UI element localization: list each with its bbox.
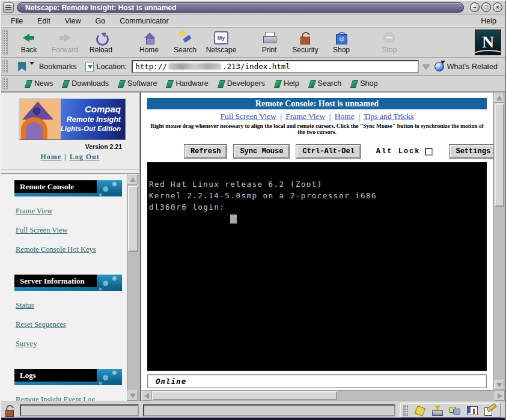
scroll-left-button[interactable] xyxy=(141,391,151,401)
sidebar-top-links: Home|Log Out xyxy=(1,153,139,162)
sidebar-link-event-log[interactable]: Remote Insight Event Log xyxy=(16,395,126,401)
shopping-bag-icon xyxy=(334,31,349,44)
link-help[interactable]: Help xyxy=(275,79,299,88)
main-horizontal-scrollbar[interactable] xyxy=(141,390,505,401)
whats-related-button[interactable]: What's Related xyxy=(432,61,502,73)
menu-help[interactable]: Help xyxy=(481,17,496,25)
link-shop[interactable]: Shop xyxy=(352,79,377,88)
menu-communicator[interactable]: Communicator xyxy=(120,17,168,25)
link-software[interactable]: Software xyxy=(119,79,157,88)
alt-lock-checkbox[interactable] xyxy=(425,148,433,156)
nav-home[interactable]: Home xyxy=(335,112,355,121)
logout-link[interactable]: Log Out xyxy=(70,153,100,161)
logo-product: Remote Insight xyxy=(61,115,121,125)
minimize-button[interactable]: − xyxy=(470,2,480,12)
globe-icon xyxy=(434,62,444,72)
sidebar-scrollbar[interactable] xyxy=(127,174,139,401)
window-title[interactable]: Netscape: Remote Insight: Host is unname… xyxy=(17,2,464,13)
personal-toolbar: News Downloads Software Hardware Develop… xyxy=(1,76,505,93)
settings-button[interactable]: Settings xyxy=(450,145,496,158)
page-title: Remote Console: Host is unnamed xyxy=(147,98,487,109)
reload-button[interactable]: Reload xyxy=(83,29,119,56)
sidebar-link-full-screen-view[interactable]: Full Screen View xyxy=(16,226,126,235)
link-developers[interactable]: Developers xyxy=(219,79,265,88)
netscape-button[interactable]: My Netscape xyxy=(203,29,239,56)
section-strip-graphic xyxy=(14,382,122,385)
nav-tips-and-tricks[interactable]: Tips and Tricks xyxy=(364,112,414,121)
netscape-logo[interactable]: N xyxy=(475,29,501,55)
title-bar: Netscape: Remote Insight: Host is unname… xyxy=(1,1,505,14)
home-button[interactable]: Home xyxy=(131,29,167,56)
main-vertical-scrollbar[interactable] xyxy=(493,93,505,390)
home-link[interactable]: Home xyxy=(40,153,61,161)
ctrl-alt-del-button[interactable]: Ctrl-Alt-Del xyxy=(296,145,360,158)
menu-go[interactable]: Go xyxy=(96,17,106,25)
nav-full-screen-view[interactable]: Full Screen View xyxy=(220,112,276,121)
bookmark-ribbon-icon xyxy=(308,80,315,88)
sidebar-link-survey[interactable]: Survey xyxy=(16,339,126,348)
scroll-up-button[interactable] xyxy=(127,174,138,184)
console-status-field: Online xyxy=(147,374,487,388)
refresh-button[interactable]: Refresh xyxy=(184,145,227,158)
logo-edition: Lights-Out Edition xyxy=(61,124,121,133)
sidebar-link-status[interactable]: Status xyxy=(16,301,126,310)
menu-edit[interactable]: Edit xyxy=(37,17,50,25)
url-input[interactable]: http:// .213/index.html xyxy=(132,60,418,73)
instruction-text: Right mouse drag whenever necessary to a… xyxy=(147,123,487,135)
padlock-icon xyxy=(298,31,312,44)
location-bar-grip[interactable] xyxy=(2,59,8,73)
separator: | xyxy=(61,153,70,161)
shop-button[interactable]: Shop xyxy=(323,29,359,56)
link-hardware[interactable]: Hardware xyxy=(167,79,208,88)
back-button[interactable]: Back xyxy=(11,29,47,56)
links-bar-grip[interactable] xyxy=(2,78,8,90)
scrollbar-thumb[interactable] xyxy=(495,103,504,207)
bookmark-icon xyxy=(18,62,26,72)
nav-frame-view[interactable]: Frame View xyxy=(285,112,325,121)
browser-window: Netscape: Remote Insight: Host is unname… xyxy=(0,0,506,420)
close-button[interactable]: × xyxy=(493,2,502,12)
sidebar-link-frame-view[interactable]: Frame View xyxy=(16,207,126,216)
link-downloads[interactable]: Downloads xyxy=(63,79,109,88)
location-page-icon[interactable] xyxy=(85,62,94,72)
sidebar-link-reset-sequences[interactable]: Reset Sequences xyxy=(16,320,126,329)
sidebar-link-hot-keys[interactable]: Remote Console Hot Keys xyxy=(16,245,126,254)
scrollbar-thumb[interactable] xyxy=(128,186,138,252)
inbox-icon[interactable] xyxy=(431,405,443,416)
print-button[interactable]: Print xyxy=(251,29,287,56)
back-label: Back xyxy=(21,46,37,54)
component-bar-grip[interactable] xyxy=(403,405,408,416)
address-book-icon[interactable] xyxy=(466,405,478,416)
menu-file[interactable]: File xyxy=(11,17,23,25)
navigator-icon[interactable] xyxy=(413,405,425,416)
toolbar-grip[interactable] xyxy=(2,29,8,55)
composer-icon[interactable] xyxy=(483,405,495,416)
main-frame: Remote Console: Host is unnamed Full Scr… xyxy=(141,93,505,401)
scroll-right-button[interactable] xyxy=(495,391,505,401)
link-search[interactable]: Search xyxy=(309,79,342,88)
house-arch-shape xyxy=(21,117,47,139)
sidebar-frame: Compaq Remote Insight Lights-Out Edition… xyxy=(1,93,141,401)
remote-console-screen[interactable]: Red Hat Linux release 6.2 (Zoot)Kernel 2… xyxy=(147,162,487,371)
menu-view[interactable]: View xyxy=(65,17,81,25)
link-news[interactable]: News xyxy=(26,79,53,88)
search-button[interactable]: Search xyxy=(167,29,203,56)
security-padlock-icon[interactable] xyxy=(5,405,16,416)
security-button[interactable]: Security xyxy=(287,29,323,56)
version-text: Version 2.21 xyxy=(85,143,122,150)
scrollbar-thumb[interactable] xyxy=(152,391,337,400)
bookmarks-button[interactable]: Bookmarks xyxy=(39,62,77,71)
url-history-dropdown-icon[interactable] xyxy=(422,64,430,69)
scroll-up-button[interactable] xyxy=(494,93,504,103)
stop-button[interactable]: Stop xyxy=(371,29,407,56)
discussions-icon[interactable] xyxy=(448,405,460,416)
bookmark-ribbon-icon xyxy=(62,80,70,88)
forward-button[interactable]: Forward xyxy=(47,29,83,56)
scroll-down-button[interactable] xyxy=(494,380,504,390)
scroll-down-button[interactable] xyxy=(127,391,138,401)
sync-mouse-button[interactable]: Sync Mouse xyxy=(234,145,289,158)
section-cap-graphic xyxy=(97,275,122,287)
maximize-button[interactable]: □ xyxy=(481,2,491,12)
system-menu-button[interactable] xyxy=(3,2,14,13)
url-suffix: .213/index.html xyxy=(222,62,290,71)
